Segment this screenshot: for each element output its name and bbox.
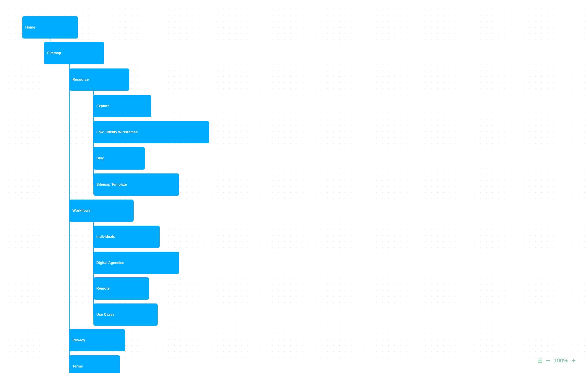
sitemap-label: Sitemap <box>47 51 61 55</box>
remote-node[interactable]: Remote <box>94 277 149 300</box>
sitemap-template-node[interactable]: Sitemap Template <box>94 174 179 196</box>
home-node[interactable]: Home <box>22 16 78 39</box>
workflows-node[interactable]: Workflows <box>69 199 134 222</box>
blog-node[interactable]: Blog <box>94 147 145 169</box>
resource-node[interactable]: Resource <box>69 69 129 91</box>
zoom-in-button[interactable]: + <box>571 356 576 365</box>
privacy-node[interactable]: Privacy <box>69 329 125 351</box>
terms-node[interactable]: Terms <box>69 355 120 373</box>
blog-label: Blog <box>96 156 104 160</box>
home-label: Home <box>25 25 35 30</box>
sitemap-template-label: Sitemap Template <box>96 182 127 187</box>
resource-label: Resource <box>73 77 89 82</box>
sitemap-node[interactable]: Sitemap <box>44 42 104 64</box>
zoom-level: 100% <box>554 357 568 364</box>
individuals-label: Individuals <box>96 235 115 239</box>
individuals-node[interactable]: Individuals <box>94 226 160 248</box>
explore-label: Explore <box>96 104 110 108</box>
low-fidelity-label: Low Fidelity Wireframes <box>96 130 138 134</box>
digital-agencies-node[interactable]: Digital Agencies <box>94 252 179 274</box>
privacy-label: Privacy <box>73 338 85 342</box>
use-cases-node[interactable]: Use Cases <box>94 303 158 326</box>
map-icon: ⊞ <box>537 357 543 364</box>
remote-label: Remote <box>96 286 110 291</box>
use-cases-label: Use Cases <box>96 312 115 317</box>
terms-label: Terms <box>73 364 83 369</box>
explore-node[interactable]: Explore <box>94 95 151 117</box>
digital-agencies-label: Digital Agencies <box>96 261 124 265</box>
workflows-label: Workflows <box>73 208 91 213</box>
zoom-controls: ⊞ − 100% + <box>537 356 576 365</box>
low-fidelity-node[interactable]: Low Fidelity Wireframes <box>94 121 209 143</box>
zoom-out-button[interactable]: − <box>546 356 550 365</box>
